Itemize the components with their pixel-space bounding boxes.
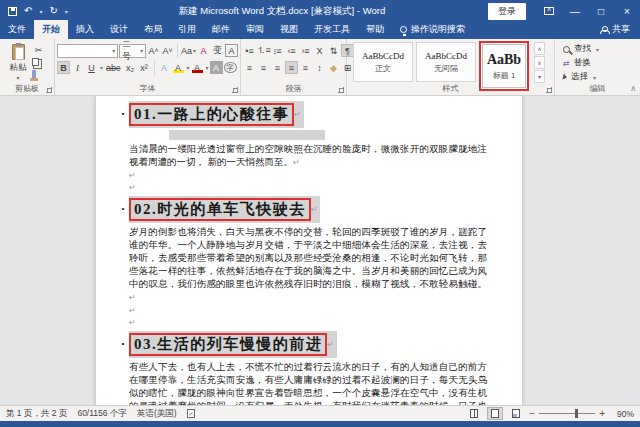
close-button[interactable]: × [614, 0, 640, 22]
qat-customize-icon[interactable]: ▾ [65, 8, 68, 15]
font-name-combobox[interactable]: ▾ [57, 44, 118, 58]
zoom-out-button[interactable]: − [529, 408, 535, 419]
paste-button[interactable]: 粘贴 ▾ [4, 42, 32, 81]
underline-dropdown-icon[interactable]: ▾ [100, 64, 103, 71]
styles-scroll-up-icon[interactable]: ∧ [534, 42, 545, 55]
word-count[interactable]: 60/1156 个字 [77, 408, 126, 420]
ribbon-display-options-button[interactable] [536, 0, 562, 22]
increase-indent-icon[interactable]: ›≡ [299, 44, 312, 57]
print-layout-button[interactable] [487, 407, 503, 420]
redo-icon[interactable]: ↻ [49, 0, 57, 22]
language-indicator[interactable]: 英语(美国) [137, 408, 177, 420]
shading-icon[interactable]: ◆ [327, 61, 340, 74]
styles-dialog-launcher-icon[interactable] [546, 87, 552, 93]
clear-formatting-icon[interactable]: A [197, 44, 210, 57]
proofing-icon[interactable] [187, 409, 195, 418]
read-mode-button[interactable] [466, 407, 482, 420]
web-layout-button[interactable] [508, 407, 524, 420]
line-spacing-icon[interactable]: ↕ [313, 61, 326, 74]
tab-home[interactable]: 开始 [34, 20, 68, 39]
undo-dropdown-icon[interactable]: ▾ [39, 8, 42, 15]
asian-layout-icon[interactable]: X [313, 44, 326, 57]
styles-more-icon[interactable]: ▾ [534, 70, 545, 83]
document-page[interactable]: · 01.一路上的心酸往事 ↵ 当清晨的一缕阳光透过窗帘上的空隙映照在沉睡的脸庞… [95, 96, 523, 405]
format-painter-icon[interactable] [32, 70, 36, 79]
justify-icon[interactable]: ≡ [285, 61, 298, 74]
heading-3-row[interactable]: · 03.生活的列车慢慢的前进 ↵ [121, 331, 487, 358]
tab-mailings[interactable]: 邮件 [204, 20, 238, 39]
text-effects-icon[interactable]: A [158, 61, 171, 74]
superscript-button[interactable]: x² [138, 61, 151, 74]
font-color-icon[interactable]: A [191, 61, 204, 74]
font-dialog-launcher-icon[interactable] [232, 87, 238, 93]
maximize-button[interactable]: □ [588, 0, 614, 22]
body-paragraph-2[interactable]: 岁月的倒影也将消失，白天与黑夜不停的交替，轮回的四季斑驳了谁的岁月，蹉跎了谁的年… [129, 226, 487, 304]
tab-review[interactable]: 审阅 [238, 20, 272, 39]
align-center-icon[interactable]: ≡ [257, 61, 270, 74]
minimize-button[interactable]: — [562, 0, 588, 22]
zoom-slider[interactable] [539, 413, 595, 414]
paste-dropdown-icon[interactable]: ▾ [16, 74, 19, 81]
tab-design[interactable]: 设计 [102, 20, 136, 39]
tab-help[interactable]: 帮助 [358, 20, 392, 39]
tab-layout[interactable]: 布局 [136, 20, 170, 39]
heading-2-row[interactable]: · 02.时光的单车飞快驶去 ↵ [121, 196, 487, 223]
font-color-dropdown-icon[interactable]: ▾ [206, 64, 209, 71]
tab-insert[interactable]: 插入 [68, 20, 102, 39]
sort-icon[interactable]: ⇅ [327, 44, 340, 57]
copy-icon[interactable] [32, 58, 39, 66]
style-normal[interactable]: AaBbCcDd 正文 [353, 42, 413, 82]
underline-button[interactable]: U [85, 61, 98, 74]
heading-2-text[interactable]: 02.时光的单车飞快驶去 [129, 198, 311, 221]
tab-references[interactable]: 引用 [170, 20, 204, 39]
character-border-icon[interactable]: A [225, 44, 238, 57]
tell-me-search[interactable]: 操作说明搜索 [392, 20, 473, 39]
style-no-spacing[interactable]: AaBbCcDd 无间隔 [416, 42, 476, 82]
align-right-icon[interactable]: ≡ [271, 61, 284, 74]
heading-3-text[interactable]: 03.生活的列车慢慢的前进 [129, 333, 327, 356]
find-button[interactable]: 查找▾ [563, 42, 638, 56]
heading-1-row[interactable]: · 01.一路上的心酸往事 ↵ [121, 101, 487, 128]
replace-button[interactable]: ⇄替换 [563, 56, 638, 70]
decrease-indent-icon[interactable]: ‹≡ [285, 44, 298, 57]
numbering-icon[interactable]: ⒈≡ [257, 44, 270, 57]
collapse-ribbon-icon[interactable]: ∧ [630, 84, 636, 93]
zoom-in-button[interactable]: + [599, 408, 605, 419]
heading-1-text[interactable]: 01.一路上的心酸往事 [129, 103, 294, 126]
sign-in-button[interactable]: 登录 [488, 3, 526, 20]
strikethrough-button[interactable]: abc [104, 61, 123, 74]
styles-scroll-down-icon[interactable]: ∨ [534, 56, 545, 69]
page-indicator[interactable]: 第 1 页，共 2 页 [6, 408, 67, 420]
bullets-icon[interactable]: •≡ [243, 44, 256, 57]
distribute-icon[interactable]: ≡ [299, 61, 312, 74]
paragraph-dialog-launcher-icon[interactable] [338, 87, 344, 93]
shrink-font-button[interactable]: A˅ [161, 44, 174, 57]
select-button[interactable]: 选择▾ [563, 70, 638, 84]
style-heading1[interactable]: AaBb 标题 1 [482, 44, 526, 88]
undo-icon[interactable]: ↶ [24, 0, 32, 22]
tab-view[interactable]: 视图 [272, 20, 306, 39]
tab-file[interactable]: 文件 [0, 20, 34, 39]
highlight-dropdown-icon[interactable]: ▾ [187, 64, 190, 71]
body-paragraph-3[interactable]: 有些人下去，也有人上去，不慌不忙的过着行云流水的日子，有的人知道自己的前方在哪里… [129, 361, 487, 405]
clipboard-dialog-launcher-icon[interactable] [46, 87, 52, 93]
bold-button[interactable]: B [57, 61, 70, 74]
italic-button[interactable]: I [71, 61, 84, 74]
enclose-characters-icon[interactable]: 字 [224, 62, 237, 73]
multilevel-list-icon[interactable]: ⁝≡ [271, 44, 284, 57]
change-case-button[interactable]: Aa▾ [181, 44, 196, 57]
align-left-icon[interactable]: ≡ [243, 61, 256, 74]
font-size-combobox[interactable]: 二号▾ [119, 44, 146, 58]
highlight-color-icon[interactable]: A [172, 61, 185, 74]
document-canvas[interactable]: · 01.一路上的心酸往事 ↵ 当清晨的一缕阳光透过窗帘上的空隙映照在沉睡的脸庞… [0, 96, 640, 405]
body-paragraph-1[interactable]: 当清晨的一缕阳光透过窗帘上的空隙映照在沉睡的脸庞时，微微张开的双眼朦胧地注视着周… [129, 143, 487, 169]
phonetic-guide-icon[interactable]: 变 [211, 44, 224, 57]
cut-icon[interactable]: ✂ [32, 43, 45, 56]
share-button[interactable]: 共享 [590, 20, 640, 39]
zoom-percentage[interactable]: 90% [610, 409, 634, 419]
tab-developer[interactable]: 开发工具 [306, 20, 358, 39]
grow-font-button[interactable]: A˄ [147, 44, 160, 57]
character-shading-icon[interactable]: A [210, 61, 223, 74]
save-icon[interactable] [8, 7, 17, 16]
zoom-slider-thumb[interactable] [575, 409, 578, 418]
